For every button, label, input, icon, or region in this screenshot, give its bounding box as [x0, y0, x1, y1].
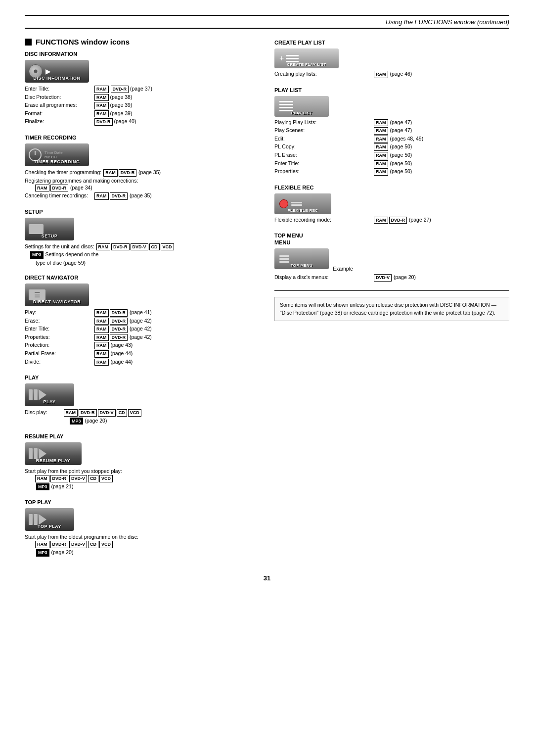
play-list-rows: Playing Play Lists: RAM (page 47) Play S…: [274, 119, 509, 176]
badge-vcd: VCD: [161, 243, 174, 251]
row-tags: RAM (page 38): [94, 94, 132, 101]
setup-icon-label: SETUP: [42, 234, 58, 238]
section-timer-recording: TIMER RECORDING Time Date me CH TIMER RE…: [25, 135, 260, 200]
badge-ram: RAM: [64, 409, 78, 417]
menu-line: [279, 258, 289, 260]
header-top-line: [25, 15, 509, 16]
table-row: Properties: RAM DVD-R (page 42): [25, 334, 260, 341]
section-top-menu: TOP MENU MENU TOP MENU Example: [274, 233, 509, 282]
section-divider: [274, 290, 509, 291]
plus-icon: +: [279, 54, 284, 63]
playlist-lines: [279, 101, 293, 111]
play-icon-box: PLAY: [25, 383, 74, 406]
top-menu-icon-box: TOP MENU: [274, 248, 329, 269]
section-flexible-rec: FLEXIBLE REC FLEXIBLE REC Flexible recor…: [274, 185, 509, 224]
badge-ram: RAM: [35, 541, 49, 548]
table-row: Edit: RAM (pages 48, 49): [274, 136, 509, 143]
badge-cd: CD: [88, 475, 98, 482]
badge-ram: RAM: [96, 243, 111, 251]
badge-dvdr: DVD-R: [110, 192, 128, 200]
table-row: Format: RAM (page 39): [25, 110, 260, 118]
title-icon: [25, 39, 32, 46]
row-page: (page 47): [389, 127, 412, 133]
badge-dvdv: DVD-V: [69, 475, 87, 482]
badge-dvdr: DVD-R: [110, 309, 128, 317]
table-row: RAM DVD-R DVD-V CD VCD: [25, 541, 260, 548]
header-title: Using the FUNCTIONS window (continued): [386, 18, 509, 26]
row-page: (page 42): [128, 334, 152, 340]
main-title-text: FUNCTIONS window icons: [36, 38, 130, 46]
play-list-title: PLAY LIST: [274, 87, 509, 93]
top-menu-rows: Display a disc's menus: DVD-V (page 20): [274, 274, 509, 282]
flexrec-line: [291, 202, 302, 203]
play-list-icon-box: PLAY LIST: [274, 96, 329, 117]
nav-icon-shape: ☰: [29, 289, 45, 300]
setup-rows: Settings for the unit and discs: RAM DVD…: [25, 243, 260, 266]
badge-ram: RAM: [94, 334, 109, 341]
timer-text: Time Date me CH: [44, 150, 63, 159]
row-label: Divide:: [25, 359, 94, 365]
row-label: Edit:: [274, 136, 373, 142]
badge-mp3: MP3: [70, 418, 83, 425]
row-tags: RAM (page 39): [94, 110, 132, 118]
row-page: (page 20): [84, 418, 107, 424]
table-row: MP3 Settings depend on the: [25, 251, 260, 259]
badge-ram: RAM: [374, 217, 388, 224]
header-bar: Using the FUNCTIONS window (continued): [25, 16, 509, 29]
badge-ram: RAM: [374, 160, 388, 168]
row-label: Format:: [25, 110, 94, 116]
table-row: RAM DVD-R DVD-V CD VCD: [25, 475, 260, 482]
table-row: Partial Erase: RAM (page 44): [25, 350, 260, 358]
play-title: PLAY: [25, 375, 260, 380]
badge-cd: CD: [88, 541, 98, 548]
table-row: PL Erase: RAM (page 50): [274, 152, 509, 159]
badge-cd: CD: [149, 243, 160, 251]
badge-dvdr: DVD-R: [50, 541, 69, 548]
badge-dvdr: DVD-R: [111, 243, 130, 251]
row-page: (page 20): [50, 549, 74, 555]
disc-information-icon-label: DISC INFORMATION: [34, 76, 81, 81]
row-label: Playing Play Lists:: [274, 119, 373, 125]
badge-dvdv: DVD-V: [131, 243, 148, 251]
play-bar1: [29, 514, 33, 525]
table-row: type of disc (page 59): [25, 260, 260, 266]
flexible-rec-rows: Flexible recording mode: RAM DVD-R (page…: [274, 217, 509, 224]
row-page: (page 38): [110, 94, 133, 100]
setup-title: SETUP: [25, 209, 260, 215]
table-row: Settings for the unit and discs: RAM DVD…: [25, 243, 260, 251]
playlist-line: [279, 101, 293, 102]
row-label: Play Scenes:: [274, 127, 373, 133]
play-bar2: [34, 389, 38, 400]
right-column: CREATE PLAY LIST + CREATE PLAY LIST Crea…: [274, 38, 509, 566]
badge-dvdr: DVD-R: [50, 475, 69, 482]
row-page: (page 37): [130, 86, 152, 92]
badge-ram: RAM: [94, 359, 109, 366]
row-page: (page 27): [407, 217, 431, 223]
menu-line: [279, 255, 289, 257]
timer-recording-icon-label: TIMER RECORDING: [34, 159, 80, 164]
row-label: Start play from the oldest programme on …: [25, 534, 138, 540]
row-page: (page 34): [69, 185, 92, 190]
row-label: Enter Title:: [274, 160, 373, 166]
badge-ram: RAM: [374, 136, 388, 143]
menu-line: [279, 261, 289, 263]
badge-ram: RAM: [94, 110, 109, 118]
badge-dvdr: DVD-R: [110, 318, 128, 325]
table-row: Protection: RAM (page 43): [25, 342, 260, 349]
left-column: FUNCTIONS window icons DISC INFORMATION …: [25, 38, 260, 566]
row-page: (page 50): [389, 152, 412, 158]
table-row: Finalize: DVD-R (page 40): [25, 118, 260, 126]
badge-dvdv: DVD-V: [98, 409, 116, 417]
menu-subtitle: MENU: [274, 239, 509, 245]
row-tags: RAM DVD-R (page 37): [94, 86, 152, 93]
disc-information-rows: Enter Title: RAM DVD-R (page 37) Disc Pr…: [25, 86, 260, 126]
row-label: Settings for the unit and discs:: [25, 243, 96, 249]
row-label: Disc Protection:: [25, 94, 94, 100]
row-page: (page 42): [128, 326, 152, 331]
rec-circle-icon: [279, 199, 288, 208]
row-text: Registering programmes and making correc…: [25, 178, 138, 184]
top-menu-icon-label: TOP MENU: [291, 263, 312, 268]
row-label: Creating play lists:: [274, 71, 373, 77]
badge-ram: RAM: [94, 326, 109, 333]
row-page: (page 46): [389, 71, 412, 77]
